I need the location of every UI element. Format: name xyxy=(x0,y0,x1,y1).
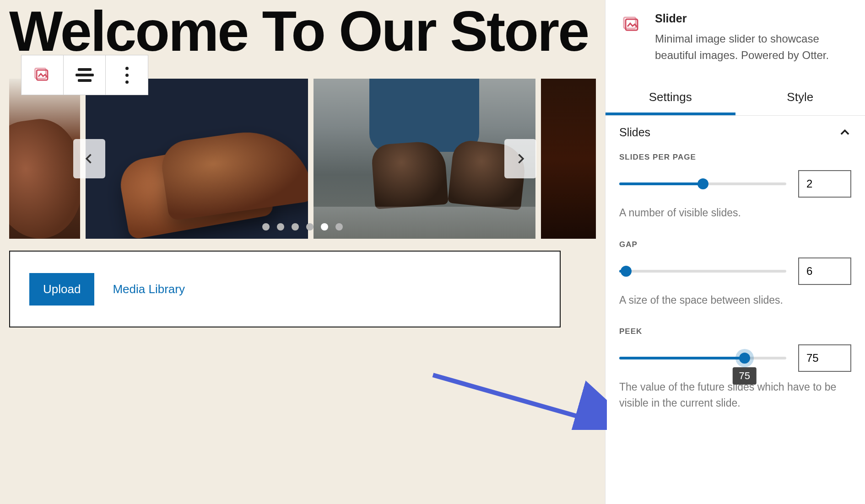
slider-preview[interactable] xyxy=(9,79,596,239)
section-slides-toggle[interactable]: Slides xyxy=(606,116,865,153)
inspector-sidebar: Slider Minimal image slider to showcase … xyxy=(605,0,865,504)
slides-per-page-input[interactable] xyxy=(798,170,851,198)
slider-icon xyxy=(621,14,643,36)
annotation-arrow xyxy=(428,370,607,430)
gap-slider[interactable] xyxy=(619,266,786,277)
slider-dot[interactable] xyxy=(262,223,270,231)
align-icon xyxy=(78,68,92,71)
svg-line-2 xyxy=(433,375,593,421)
control-label: PEEK xyxy=(619,327,851,336)
media-library-button[interactable]: Media Library xyxy=(113,282,185,296)
slider-dot[interactable] xyxy=(335,223,343,231)
more-options-button[interactable] xyxy=(106,55,148,95)
tab-style[interactable]: Style xyxy=(735,82,865,115)
peek-slider[interactable]: 75 xyxy=(619,353,786,364)
control-peek: PEEK 75 The value of the future slides w… xyxy=(619,327,851,411)
section-title: Slides xyxy=(619,126,650,139)
control-label: SLIDES PER PAGE xyxy=(619,153,851,162)
control-help: A size of the space between slides. xyxy=(619,292,851,308)
upload-button[interactable]: Upload xyxy=(29,273,94,306)
page-title: Welcome To Our Store xyxy=(9,0,596,62)
slider-dot[interactable] xyxy=(277,223,284,231)
control-help: A number of visible slides. xyxy=(619,205,851,221)
slider-next-button[interactable] xyxy=(504,139,536,178)
slide-1 xyxy=(86,79,308,239)
chevron-left-icon xyxy=(83,152,96,165)
slider-dot[interactable] xyxy=(321,223,328,231)
inspector-tabs: Settings Style xyxy=(606,82,865,116)
chevron-right-icon xyxy=(514,152,527,165)
slider-dot[interactable] xyxy=(306,223,314,231)
gap-input[interactable] xyxy=(798,257,851,285)
peek-input[interactable] xyxy=(798,344,851,372)
media-upload-panel: Upload Media Library xyxy=(9,251,561,327)
control-label: GAP xyxy=(619,240,851,249)
block-header-icon xyxy=(619,12,645,38)
tab-settings[interactable]: Settings xyxy=(606,82,735,115)
block-type-button[interactable] xyxy=(22,55,64,95)
slider-dots xyxy=(262,223,343,231)
slider-prev-button[interactable] xyxy=(73,139,105,178)
peek-tooltip: 75 xyxy=(733,367,757,385)
slides-per-page-slider[interactable] xyxy=(619,178,786,189)
slide-peek-left xyxy=(9,79,80,239)
block-toolbar xyxy=(21,55,148,95)
control-slides-per-page: SLIDES PER PAGE A number of visible slid… xyxy=(619,153,851,221)
block-description: Minimal image slider to showcase beautif… xyxy=(655,31,851,64)
slide-2 xyxy=(314,79,536,239)
slide-peek-right xyxy=(541,79,596,239)
slider-icon xyxy=(32,65,53,85)
align-button[interactable] xyxy=(64,55,106,95)
kebab-icon xyxy=(125,67,129,70)
slider-dot[interactable] xyxy=(292,223,299,231)
chevron-up-icon xyxy=(838,126,851,139)
control-gap: GAP A size of the space between slides. xyxy=(619,240,851,308)
block-name: Slider xyxy=(655,12,851,25)
